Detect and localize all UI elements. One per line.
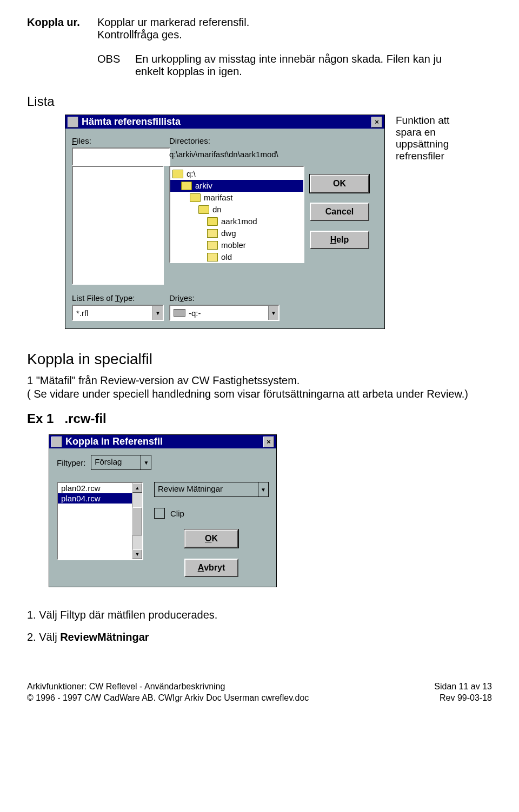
- folder-open-icon: [172, 170, 183, 178]
- clip-checkbox-row: Clip: [154, 508, 269, 519]
- help-button[interactable]: Help: [310, 231, 369, 249]
- dialog1-titlebar[interactable]: Hämta referensfillista ×: [65, 115, 384, 129]
- scroll-thumb[interactable]: [132, 507, 142, 535]
- filtyper-combo[interactable]: Förslag ▼: [91, 455, 151, 470]
- ex1-heading: Ex 1 .rcw-fil: [27, 411, 492, 426]
- directory-tree[interactable]: q:\arkivmarifastdnaark1moddwgmoblerold: [169, 166, 304, 263]
- file-item[interactable]: plan02.rcw: [58, 483, 132, 493]
- dir-item[interactable]: marifast: [170, 192, 303, 204]
- close-icon[interactable]: ×: [263, 437, 274, 447]
- dir-item-label: mobler: [221, 239, 246, 251]
- scrollbar[interactable]: ▲ ▼: [132, 483, 142, 559]
- dir-item-label: marifast: [204, 192, 232, 204]
- dir-item-label: dwg: [221, 227, 236, 239]
- files-listbox[interactable]: [72, 166, 164, 285]
- dir-item-label: old: [221, 251, 232, 263]
- folder-open-icon: [181, 182, 192, 190]
- review-combo[interactable]: Review Mätningar ▼: [154, 482, 269, 497]
- chevron-down-icon[interactable]: ▼: [141, 455, 151, 469]
- dialog-hamta-referensfillista: Hämta referensfillista × Files: Director…: [65, 115, 385, 329]
- dir-item-label: aark1mod: [221, 216, 257, 227]
- type-value: *.rfl: [73, 306, 152, 320]
- dialog1-wrap: Hämta referensfillista × Files: Director…: [27, 115, 492, 329]
- row-koppla-ur: Koppla ur. Kopplar ur markerad referensf…: [27, 16, 492, 41]
- dialog1-title: Hämta referensfillista: [82, 116, 181, 127]
- dir-item[interactable]: aark1mod: [170, 216, 303, 227]
- page-footer: Arkivfunktioner: CW Reflevel - Användarb…: [0, 681, 519, 715]
- folder-open-icon: [198, 205, 209, 214]
- koppla-ur-desc: Kopplar ur markerad referensfil. Kontrol…: [97, 16, 492, 41]
- page-content: Koppla ur. Kopplar ur markerad referensf…: [0, 0, 519, 660]
- footer-right: Sidan 11 av 13 Rev 99-03-18: [434, 681, 492, 704]
- folder-closed-icon: [207, 241, 218, 250]
- koppla-ur-desc1: Kopplar ur markerad referensfil.: [97, 16, 249, 28]
- step-2: 2. Välj ReviewMätningar: [27, 631, 492, 643]
- dialog1-body: Files: Directories: q:\arkiv\marifast\dn…: [65, 129, 384, 328]
- dir-item-label: dn: [212, 204, 222, 216]
- chevron-down-icon[interactable]: ▼: [268, 306, 278, 320]
- app-icon: [51, 437, 62, 447]
- dialog2-titlebar[interactable]: Koppla in Referensfil ×: [49, 435, 276, 448]
- drives-value: -q:-: [170, 306, 268, 320]
- obs-label: OBS: [97, 53, 135, 78]
- file-listbox[interactable]: plan02.rcwplan04.rcw ▲ ▼: [57, 482, 143, 560]
- close-icon[interactable]: ×: [371, 117, 382, 127]
- koppla-in-para1: 1 "Mätafil" från Review-version av CW Fa…: [27, 374, 492, 387]
- folder-closed-icon: [207, 229, 218, 238]
- koppla-ur-desc2: Kontrollfråga ges.: [97, 29, 182, 41]
- filtyper-label: Filtyper:: [57, 458, 85, 467]
- drives-combo[interactable]: -q:- ▼: [169, 305, 280, 321]
- dialog2-title: Koppla in Referensfil: [65, 436, 163, 447]
- clip-label: Clip: [170, 509, 184, 518]
- type-combo[interactable]: *.rfl ▼: [72, 305, 164, 321]
- dialog-koppla-in-referensfil: Koppla in Referensfil × Filtyper: Försla…: [49, 434, 277, 587]
- dir-item[interactable]: q:\: [170, 168, 303, 180]
- chevron-down-icon[interactable]: ▼: [152, 306, 163, 320]
- folder-open-icon: [207, 217, 218, 226]
- dir-item[interactable]: arkiv: [170, 180, 303, 192]
- cancel-button[interactable]: Cancel: [310, 203, 369, 221]
- dir-item[interactable]: mobler: [170, 239, 303, 251]
- files-input[interactable]: [72, 147, 170, 166]
- review-value: Review Mätningar: [155, 482, 258, 496]
- directories-label: Directories:: [169, 136, 304, 145]
- ok-button[interactable]: OK: [184, 529, 238, 548]
- folder-open-icon: [190, 193, 201, 202]
- row-obs: OBS En urkoppling av misstag inte innebä…: [27, 53, 492, 78]
- koppla-ur-label: Koppla ur.: [27, 16, 97, 41]
- lista-heading: Lista: [27, 94, 492, 109]
- filtyper-row: Filtyper: Förslag ▼: [57, 455, 269, 470]
- footer-left: Arkivfunktioner: CW Reflevel - Användarb…: [27, 681, 309, 704]
- type-label: List Files of Type:: [72, 293, 164, 303]
- files-label: Files:: [72, 136, 164, 145]
- dir-item-label: arkiv: [195, 180, 212, 192]
- dir-item[interactable]: dwg: [170, 227, 303, 239]
- app-icon: [68, 117, 78, 127]
- filtyper-value: Förslag: [91, 455, 141, 469]
- path-text: q:\arkiv\marifast\dn\aark1mod\: [169, 147, 304, 162]
- dialog2-body: Filtyper: Förslag ▼ plan02.rcwplan04.rcw…: [49, 448, 276, 587]
- lista-caption: Funktion att spara en uppsättning refren…: [396, 115, 477, 162]
- clip-checkbox[interactable]: [154, 508, 165, 519]
- koppla-in-para2: ( Se vidare under speciell handledning s…: [27, 388, 492, 400]
- avbryt-button[interactable]: Avbryt: [184, 559, 238, 577]
- file-item[interactable]: plan04.rcw: [58, 493, 132, 504]
- drive-icon: [174, 309, 185, 317]
- dir-item-label: q:\: [187, 168, 196, 180]
- obs-text: En urkoppling av misstag inte innebär nå…: [135, 53, 443, 78]
- dir-item[interactable]: old: [170, 251, 303, 263]
- folder-closed-icon: [207, 253, 218, 261]
- drives-label: Drives:: [169, 293, 304, 303]
- ok-button[interactable]: OK: [310, 175, 369, 193]
- chevron-down-icon[interactable]: ▼: [258, 482, 268, 496]
- scroll-up-icon[interactable]: ▲: [132, 483, 142, 493]
- dir-item[interactable]: dn: [170, 204, 303, 216]
- koppla-in-heading: Koppla in specialfil: [27, 351, 492, 368]
- step-1: 1. Välj Filtyp där mätfilen producerades…: [27, 609, 492, 621]
- scroll-down-icon[interactable]: ▼: [132, 549, 142, 559]
